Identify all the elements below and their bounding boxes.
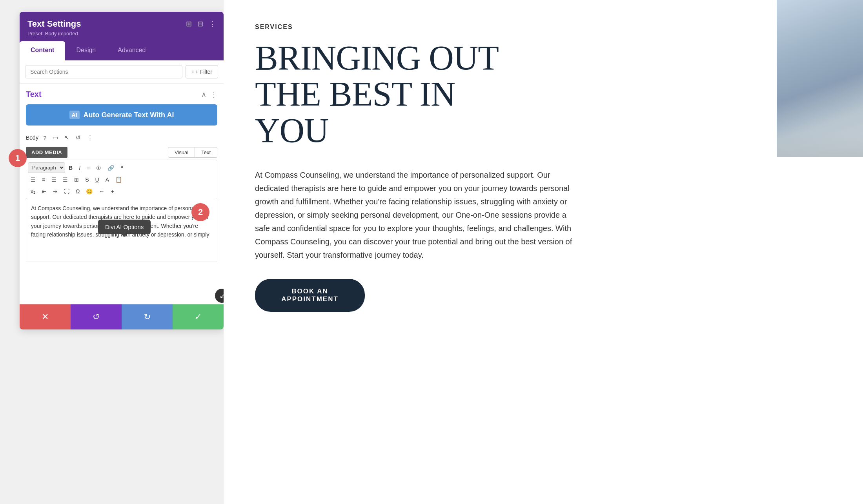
link-button[interactable]: 🔗 — [105, 163, 117, 173]
paste-button[interactable]: 📋 — [113, 175, 125, 185]
undo-button[interactable]: ↺ — [71, 304, 122, 329]
visual-tab[interactable]: Visual — [168, 147, 195, 158]
pointer-icon[interactable]: ↖ — [63, 133, 71, 142]
text-tab[interactable]: Text — [195, 147, 217, 158]
extra-button[interactable]: + — [108, 186, 117, 197]
search-row: + + Filter — [20, 60, 224, 84]
add-media-row: ADD MEDIA Visual Text — [26, 147, 217, 158]
search-input[interactable] — [25, 65, 182, 78]
more-options-icon[interactable]: ⋮ — [86, 133, 95, 142]
text-section-header: Text ∧ ⋮ — [26, 90, 217, 99]
panel-header-icons: ⊞ ⊟ ⋮ — [186, 20, 216, 28]
bold-button[interactable]: B — [66, 163, 75, 173]
editor-tabs: Visual Text — [168, 147, 217, 158]
tab-content[interactable]: Content — [20, 41, 65, 60]
tab-advanced[interactable]: Advanced — [107, 41, 157, 60]
redo-button[interactable]: ↻ — [122, 304, 173, 329]
subscript-button[interactable]: x₂ — [28, 186, 38, 197]
tab-design[interactable]: Design — [65, 41, 107, 60]
omega-button[interactable]: Ω — [73, 186, 82, 197]
ai-options-tooltip: Divi AI Options — [98, 220, 151, 234]
content-area: SERVICES BRINGING OUT THE BEST IN YOU At… — [224, 0, 863, 504]
section-title: Text — [26, 90, 42, 99]
formatting-toolbar: Paragraph Heading 1 Heading 2 B I ≡ ① 🔗 … — [26, 160, 217, 199]
corner-image — [777, 0, 863, 157]
ordered-list-button[interactable]: ① — [93, 163, 104, 173]
table-button[interactable]: ⊞ — [71, 175, 82, 185]
paragraph-select[interactable]: Paragraph Heading 1 Heading 2 — [28, 162, 65, 173]
align-center-button[interactable]: ≡ — [39, 175, 48, 185]
grid-icon[interactable]: ⊟ — [197, 20, 203, 28]
more-icon[interactable]: ⋮ — [209, 20, 216, 28]
body-label: Body — [26, 135, 38, 141]
add-media-button[interactable]: ADD MEDIA — [26, 147, 67, 158]
strikethrough-button[interactable]: S — [82, 175, 91, 185]
toolbar-row-1: Body ? ▭ ↖ ↺ ⋮ — [26, 132, 217, 144]
filter-icon: + — [191, 69, 195, 75]
italic-button[interactable]: I — [76, 163, 83, 173]
section-more-icon[interactable]: ⋮ — [210, 90, 217, 99]
main-heading: BRINGING OUT THE BEST IN YOU — [255, 40, 832, 149]
ai-generate-button[interactable]: AI Auto Generate Text With AI — [26, 104, 217, 126]
heading-line-3: YOU — [255, 113, 832, 149]
underline-button[interactable]: U — [93, 175, 102, 185]
device-icon[interactable]: ▭ — [51, 133, 60, 142]
panel-title: Text Settings — [27, 19, 81, 29]
fullscreen-button[interactable]: ⛶ — [61, 186, 72, 197]
help-icon[interactable]: ? — [42, 134, 48, 142]
ai-icon: AI — [69, 111, 80, 119]
save-button[interactable]: ✓ — [173, 304, 224, 329]
panel-header: Text Settings ⊞ ⊟ ⋮ Preset: Body importe… — [20, 12, 224, 41]
arrow-button[interactable]: ← — [96, 186, 107, 197]
blockquote-button[interactable]: ❝ — [118, 163, 126, 173]
panel-bottom-bar: ✕ ↺ ↻ ✓ — [20, 304, 224, 329]
filter-button[interactable]: + + Filter — [186, 65, 218, 78]
emoji-button[interactable]: 😊 — [83, 186, 95, 197]
description-text: At Compass Counseling, we understand the… — [255, 168, 577, 262]
align-left-button[interactable]: ☰ — [28, 175, 38, 185]
collapse-icon[interactable]: ∧ — [201, 90, 206, 99]
settings-panel: Text Settings ⊞ ⊟ ⋮ Preset: Body importe… — [20, 12, 224, 329]
align-justify-button[interactable]: ☰ — [60, 175, 71, 185]
step-badge-2: 2 — [191, 203, 209, 221]
heading-line-2: THE BEST IN — [255, 76, 832, 112]
indent-right-button[interactable]: ⇥ — [50, 186, 60, 197]
align-right-button[interactable]: ☰ — [49, 175, 59, 185]
cancel-button[interactable]: ✕ — [20, 304, 71, 329]
unordered-list-button[interactable]: ≡ — [84, 163, 93, 173]
services-label: SERVICES — [255, 24, 832, 31]
panel-tabs: Content Design Advanced — [20, 41, 224, 60]
heading-line-1: BRINGING OUT — [255, 40, 832, 76]
step-badge-1: 1 — [9, 149, 27, 167]
preset-label: Preset: Body imported — [27, 31, 216, 36]
book-appointment-button[interactable]: BOOK AN APPOINTMENT — [255, 279, 365, 312]
undo-icon[interactable]: ↺ — [74, 133, 82, 142]
text-color-button[interactable]: A — [103, 175, 112, 185]
expand-icon[interactable]: ⊞ — [186, 20, 192, 28]
section-icons: ∧ ⋮ — [201, 90, 217, 99]
indent-left-button[interactable]: ⇤ — [39, 186, 49, 197]
ai-button-label: Auto Generate Text With AI — [84, 111, 174, 119]
